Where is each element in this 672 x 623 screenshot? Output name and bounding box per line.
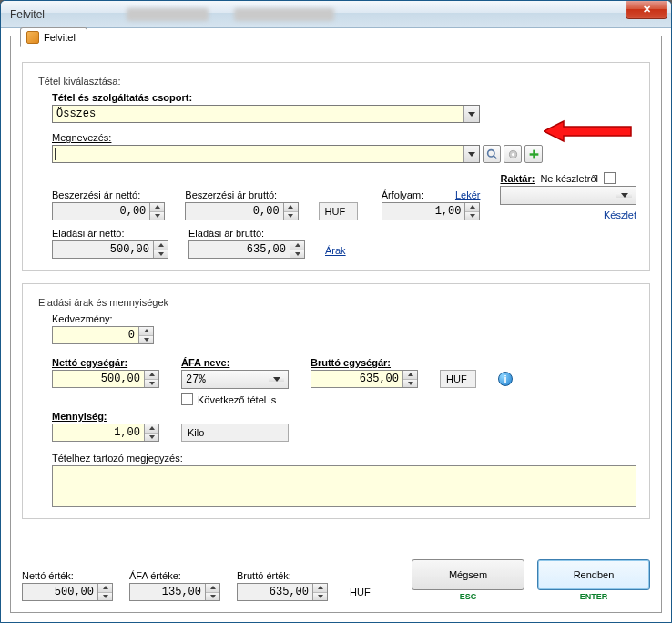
svg-point-3 (511, 152, 514, 155)
stock-checkbox[interactable] (604, 172, 616, 184)
unit-name-box: Kilo (181, 424, 289, 442)
footer-gross-value: 635,00 (238, 584, 312, 600)
info-icon[interactable]: i (498, 372, 513, 386)
add-button[interactable] (524, 145, 543, 163)
currency-box: HUF (319, 202, 358, 220)
search-icon (486, 148, 498, 160)
ok-shortcut: ENTER (537, 592, 650, 601)
sell-net-value: 500,00 (53, 241, 153, 258)
arrow-annotation (544, 118, 635, 144)
svg-line-1 (494, 156, 496, 158)
item-select-group: Tétel kiválasztása: Tétel és szolgáltatá… (22, 62, 650, 271)
settings-button[interactable] (504, 145, 522, 163)
discount-input[interactable]: 0 (52, 326, 154, 344)
titlebar-blur (127, 8, 334, 21)
svg-marker-6 (544, 121, 631, 141)
tab-strip: Felvitel (20, 27, 87, 47)
rate-label: Árfolyam: (382, 189, 423, 200)
dropdown-icon (463, 146, 479, 162)
sell-net-label: Eladási ár nettó: (52, 228, 168, 239)
stock-link[interactable]: Készlet (604, 209, 636, 220)
qty-value: 1,00 (53, 424, 144, 441)
titlebar: Felvitel ✕ (1, 1, 671, 28)
vat-select[interactable]: 27% (181, 370, 289, 389)
svg-rect-5 (529, 153, 538, 155)
prices-link[interactable]: Árak (325, 245, 346, 256)
dialog-window: Felvitel ✕ Felvitel Tétel kiválasztása: … (0, 0, 672, 623)
tab-felvitel[interactable]: Felvitel (20, 27, 87, 47)
tab-label: Felvitel (44, 32, 76, 43)
gross-unit-value: 635,00 (311, 371, 402, 387)
note-label: Tételhez tartozó megjegyzés: (52, 453, 636, 464)
svg-point-0 (487, 149, 494, 156)
plus-icon (528, 148, 540, 160)
stock-check-label: Ne készletről (540, 173, 598, 184)
next-item-label: Következő tétel is (198, 394, 276, 405)
net-unit-label: Nettó egységár: (52, 357, 159, 368)
dropdown-icon (463, 106, 479, 122)
gross-unit-input[interactable]: 635,00 (311, 370, 418, 388)
qty-label: Mennyiség: (52, 411, 159, 422)
group1-legend: Tétel kiválasztása: (36, 76, 123, 87)
buy-net-input[interactable]: 0,00 (52, 202, 165, 220)
gross-unit-label: Bruttó egységár: (311, 357, 418, 368)
buy-gross-input[interactable]: 0,00 (185, 202, 298, 220)
footer-gross-label: Bruttó érték: (237, 570, 328, 581)
buy-gross-label: Beszerzési ár bruttó: (185, 189, 298, 200)
buy-gross-value: 0,00 (186, 203, 282, 220)
tab-icon (26, 31, 39, 44)
gear-icon (507, 148, 519, 160)
vat-value: 27% (186, 373, 206, 386)
footer-net-label: Nettó érték: (22, 570, 113, 581)
stock-select[interactable] (500, 186, 636, 205)
client-area: Felvitel Tétel kiválasztása: Tétel és sz… (1, 28, 671, 622)
price-qty-group: Eladási árak és mennyiségek Kedvezmény: … (22, 283, 650, 519)
vat-label: ÁFA neve: (181, 357, 289, 368)
ok-button[interactable]: Rendben (537, 559, 650, 590)
dropdown-icon (269, 377, 284, 382)
rate-value: 1,00 (382, 203, 465, 220)
cancel-button[interactable]: Mégsem (412, 559, 524, 590)
footer-vat-label: ÁFA értéke: (129, 570, 220, 581)
footer-vat-value: 135,00 (130, 584, 205, 600)
note-textarea[interactable] (52, 465, 636, 507)
discount-value: 0 (53, 327, 138, 343)
name-combo[interactable] (52, 145, 480, 163)
unit-currency: HUF (440, 370, 476, 388)
footer-gross-input[interactable]: 635,00 (237, 583, 328, 601)
group2-legend: Eladási árak és mennyiségek (36, 297, 171, 308)
group-combo-value: Összes (53, 106, 463, 122)
outer-frame: Felvitel Tétel kiválasztása: Tétel és sz… (10, 36, 662, 613)
footer-currency: HUF (344, 583, 384, 601)
group-label: Tétel és szolgáltatás csoport: (52, 92, 636, 103)
next-item-checkbox[interactable] (181, 393, 193, 405)
qty-input[interactable]: 1,00 (52, 424, 159, 442)
footer-net-value: 500,00 (23, 584, 97, 600)
footer-net-input[interactable]: 500,00 (22, 583, 113, 601)
search-button[interactable] (483, 145, 501, 163)
rate-input[interactable]: 1,00 (382, 202, 481, 220)
net-unit-input[interactable]: 500,00 (52, 370, 159, 388)
sell-net-input[interactable]: 500,00 (52, 240, 168, 259)
sell-gross-input[interactable]: 635,00 (188, 240, 305, 259)
window-title: Felvitel (10, 8, 45, 21)
footer-row: Nettó érték: 500,00 ÁFA értéke: 135,00 B… (22, 559, 650, 601)
cancel-shortcut: ESC (412, 592, 524, 601)
discount-label: Kedvezmény: (52, 313, 636, 324)
footer-vat-input[interactable]: 135,00 (129, 583, 220, 601)
name-combo-value (55, 148, 463, 160)
sell-gross-label: Eladási ár bruttó: (188, 228, 305, 239)
stock-label: Raktár: (500, 173, 535, 184)
dropdown-icon (616, 193, 632, 198)
close-button[interactable]: ✕ (626, 1, 667, 19)
close-icon: ✕ (643, 4, 651, 15)
net-unit-value: 500,00 (53, 371, 144, 387)
rate-fetch-link[interactable]: Lekér (455, 189, 481, 202)
buy-net-label: Beszerzési ár nettó: (52, 189, 165, 200)
sell-gross-value: 635,00 (189, 241, 290, 258)
group-combo[interactable]: Összes (52, 105, 480, 123)
buy-net-value: 0,00 (53, 203, 149, 220)
